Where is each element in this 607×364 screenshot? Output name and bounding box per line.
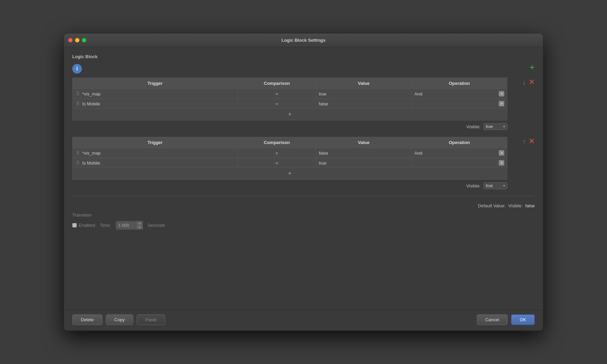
block-1-th-comparison: Comparison (238, 78, 316, 89)
block-1-visible-select[interactable]: true false (483, 123, 507, 130)
time-stepper: ▲ ▼ (137, 221, 143, 229)
move-up-button[interactable]: ↑ (522, 138, 526, 145)
add-row-cell[interactable]: + (73, 109, 507, 120)
block-1-th-operation: Operation (411, 78, 507, 89)
block-2-row-2-comparison[interactable]: = (238, 158, 316, 168)
block-2-arrow-delete-row: ↑ ✕ (522, 137, 535, 146)
row-delete-button[interactable]: ✕ (499, 160, 504, 166)
blocks-area: Trigger Comparison Value Operation ⠿ (72, 78, 535, 304)
row-delete-button[interactable]: ✕ (499, 150, 504, 156)
default-visible-label: Visible: (508, 203, 523, 208)
block-1-row-1-trigger[interactable]: ⠿ *vis_map (73, 89, 238, 99)
block-1: Trigger Comparison Value Operation ⠿ (72, 78, 535, 130)
block-2-visible-select-wrapper[interactable]: true false (483, 182, 507, 189)
close-button[interactable] (68, 38, 73, 42)
default-visible-value: false (525, 203, 535, 208)
block-2-row-2-trigger[interactable]: ⠿ Is Mobile (73, 158, 238, 168)
ok-button[interactable]: OK (511, 314, 535, 325)
stepper-down-button[interactable]: ▼ (137, 225, 143, 230)
block-1-row-1-comparison[interactable]: = (238, 89, 316, 99)
block-2-row-1-comparison[interactable]: = (238, 148, 316, 158)
block-2-row-1-trigger[interactable]: ⠿ *vis_map (73, 148, 238, 158)
row-delete-button[interactable]: ✕ (499, 101, 504, 106)
time-input-wrapper: ▲ ▼ (116, 221, 143, 230)
add-row[interactable]: + (73, 109, 507, 120)
block-2-th-comparison: Comparison (238, 137, 316, 148)
minimize-button[interactable] (75, 38, 79, 42)
enabled-checkbox[interactable] (72, 223, 77, 228)
time-input[interactable] (116, 222, 137, 229)
block-1-table: Trigger Comparison Value Operation ⠿ (72, 78, 507, 120)
block-2-row-1-value[interactable]: false (316, 148, 411, 158)
table-row: ⠿ Is Mobile = false ✕ (73, 99, 507, 109)
block-2-visible-select[interactable]: true false (483, 182, 507, 189)
footer-left: Delete Copy Paste (72, 314, 165, 325)
maximize-button[interactable] (82, 38, 86, 42)
block-2-th-value: Value (316, 137, 411, 148)
default-value-row: Default Value: Visible: false (72, 201, 535, 210)
paste-button[interactable]: Paste (137, 314, 165, 325)
add-row-cell[interactable]: + (73, 168, 507, 180)
traffic-lights (68, 38, 86, 42)
drag-handle-icon[interactable]: ⠿ (75, 91, 80, 96)
enabled-label: Enabled (79, 223, 95, 228)
table-row: ⠿ Is Mobile = true ✕ (73, 158, 507, 168)
row-delete-button[interactable]: ✕ (499, 91, 504, 96)
default-value-label: Default Value: (478, 203, 506, 208)
table-row: ⠿ *vis_map = false And ✕ (73, 148, 507, 158)
block-2: Trigger Comparison Value Operation ⠿ (72, 137, 535, 189)
titlebar: Logic Block Settings (64, 34, 543, 47)
delete-block-2-button[interactable]: ✕ (529, 137, 535, 146)
footer: Delete Copy Paste Cancel OK (64, 310, 543, 330)
footer-right: Cancel OK (477, 314, 535, 325)
drag-handle-icon[interactable]: ⠿ (75, 160, 80, 166)
block-1-table-wrapper: Trigger Comparison Value Operation ⠿ (72, 78, 507, 130)
drag-handle-icon[interactable]: ⠿ (75, 101, 80, 106)
block-1-visible-label: Visible: (466, 124, 481, 129)
block-2-row-1-operation: And ✕ (411, 148, 507, 158)
add-block-button[interactable]: + (530, 63, 535, 72)
stepper-up-button[interactable]: ▲ (137, 221, 143, 225)
delete-button[interactable]: Delete (72, 314, 102, 325)
add-row-button[interactable]: + (75, 170, 504, 177)
delete-block-button[interactable]: ✕ (529, 78, 535, 87)
block-2-row-2-operation: ✕ (411, 158, 507, 168)
transition-label: Transition (72, 212, 535, 218)
block-1-row-1-value[interactable]: true (316, 89, 411, 99)
seconds-label: Seconds (148, 223, 165, 228)
block-2-visible-label: Visible: (466, 183, 481, 188)
block-2-table-wrapper: Trigger Comparison Value Operation ⠿ (72, 137, 507, 189)
block-1-row-2-comparison[interactable]: = (238, 99, 316, 109)
block-1-row-2-value[interactable]: false (316, 99, 411, 109)
main-content: Logic Block i + Trigger Comparison Value (64, 47, 543, 310)
main-window: Logic Block Settings Logic Block i + Tri… (64, 33, 543, 331)
block-1-th-trigger: Trigger (73, 78, 238, 89)
block-1-arrow-delete-row: ↓ ✕ (522, 78, 535, 87)
move-down-button[interactable]: ↓ (522, 79, 526, 86)
cancel-button[interactable]: Cancel (477, 314, 508, 325)
block-2-controls: ↑ ✕ (507, 137, 535, 146)
enabled-checkbox-wrapper[interactable]: Enabled (72, 223, 95, 228)
block-2-table: Trigger Comparison Value Operation ⠿ (72, 137, 507, 180)
block-1-header-row: Trigger Comparison Value Operation (73, 78, 507, 89)
copy-button[interactable]: Copy (106, 314, 133, 325)
info-add-row: i + (72, 64, 535, 74)
block-2-th-trigger: Trigger (73, 137, 238, 148)
transition-controls: Enabled Time: ▲ ▼ Seconds (72, 221, 535, 230)
block-1-controls: ↓ ✕ (507, 78, 535, 87)
block-2-row-2-value[interactable]: true (316, 158, 411, 168)
add-row[interactable]: + (73, 168, 507, 180)
transition-section: Transition Enabled Time: ▲ ▼ Second (72, 212, 535, 230)
drag-handle-icon[interactable]: ⠿ (75, 150, 80, 156)
window-title: Logic Block Settings (282, 38, 326, 43)
block-2-header-row: Trigger Comparison Value Operation (73, 137, 507, 148)
block-1-row-2-trigger[interactable]: ⠿ Is Mobile (73, 99, 238, 109)
block-2-visible-row: Visible: true false (72, 182, 507, 189)
block-1-visible-select-wrapper[interactable]: true false (483, 123, 507, 130)
add-row-button[interactable]: + (75, 111, 504, 118)
info-icon: i (72, 64, 82, 74)
time-label: Time: (100, 223, 111, 228)
separator (72, 196, 535, 196)
block-1-th-value: Value (316, 78, 411, 89)
table-row: ⠿ *vis_map = true And ✕ (73, 89, 507, 99)
